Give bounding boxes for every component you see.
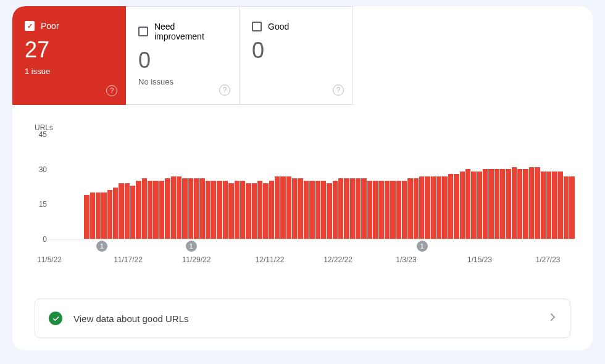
bar[interactable] bbox=[113, 188, 118, 239]
bar[interactable] bbox=[130, 186, 135, 239]
bar[interactable] bbox=[298, 178, 302, 239]
bar[interactable] bbox=[512, 167, 517, 239]
bar[interactable] bbox=[506, 169, 511, 239]
bar[interactable] bbox=[500, 169, 505, 239]
bar[interactable] bbox=[304, 181, 309, 239]
bar[interactable] bbox=[309, 181, 314, 239]
bar[interactable] bbox=[206, 181, 211, 239]
bar[interactable] bbox=[431, 176, 436, 239]
bar[interactable] bbox=[425, 176, 430, 239]
event-marker[interactable]: 1 bbox=[186, 241, 197, 252]
help-icon[interactable]: ? bbox=[219, 85, 230, 96]
help-icon[interactable]: ? bbox=[106, 85, 117, 96]
bar[interactable] bbox=[223, 181, 228, 239]
bar[interactable] bbox=[182, 178, 187, 239]
bar[interactable] bbox=[367, 181, 372, 239]
bar[interactable] bbox=[477, 172, 482, 239]
bar[interactable] bbox=[390, 181, 395, 239]
x-ticks: 11/5/2211/17/2211/29/2212/11/2212/22/221… bbox=[49, 255, 574, 268]
bar[interactable] bbox=[529, 167, 534, 239]
bar[interactable] bbox=[240, 181, 245, 239]
bar[interactable] bbox=[407, 178, 412, 239]
bar[interactable] bbox=[488, 169, 493, 239]
bar[interactable] bbox=[402, 181, 407, 239]
bar[interactable] bbox=[535, 167, 540, 239]
bar[interactable] bbox=[292, 178, 297, 239]
bar[interactable] bbox=[350, 178, 355, 239]
bar[interactable] bbox=[125, 183, 130, 239]
bar[interactable] bbox=[263, 183, 268, 239]
bar[interactable] bbox=[211, 181, 216, 239]
tab-need-improvement[interactable]: Need improvement 0 No issues ? bbox=[126, 6, 240, 105]
bar[interactable] bbox=[275, 176, 280, 239]
checkbox-icon bbox=[252, 22, 262, 31]
bar[interactable] bbox=[454, 174, 459, 239]
bar[interactable] bbox=[153, 181, 158, 239]
bar[interactable] bbox=[344, 178, 349, 239]
bar[interactable] bbox=[546, 172, 551, 239]
bar[interactable] bbox=[442, 176, 447, 239]
bar[interactable] bbox=[188, 178, 193, 239]
event-marker[interactable]: 1 bbox=[417, 241, 428, 252]
bar[interactable] bbox=[396, 181, 401, 239]
y-tick: 45 bbox=[39, 130, 47, 139]
bar[interactable] bbox=[228, 183, 233, 239]
bar[interactable] bbox=[246, 183, 251, 239]
bar[interactable] bbox=[385, 181, 390, 239]
bar[interactable] bbox=[338, 178, 343, 239]
bar[interactable] bbox=[148, 181, 152, 239]
view-good-urls-row[interactable]: View data about good URLs bbox=[35, 299, 570, 338]
bar[interactable] bbox=[517, 169, 522, 239]
bar[interactable] bbox=[552, 172, 557, 239]
chart-plot: 0153045 111 bbox=[49, 134, 574, 239]
bar[interactable] bbox=[235, 181, 240, 239]
bar[interactable] bbox=[541, 172, 546, 239]
bar[interactable] bbox=[96, 192, 101, 239]
bar[interactable] bbox=[165, 178, 170, 239]
bar[interactable] bbox=[286, 176, 291, 239]
bar[interactable] bbox=[199, 178, 204, 239]
bar[interactable] bbox=[327, 183, 332, 239]
bar[interactable] bbox=[361, 178, 366, 239]
bar[interactable] bbox=[419, 176, 424, 239]
bar[interactable] bbox=[90, 192, 95, 239]
bar[interactable] bbox=[333, 181, 338, 239]
tab-poor[interactable]: ✓ Poor 27 1 issue ? bbox=[12, 6, 126, 105]
bar[interactable] bbox=[269, 181, 274, 239]
bar[interactable] bbox=[448, 174, 453, 239]
bar[interactable] bbox=[460, 172, 465, 239]
bar[interactable] bbox=[280, 176, 285, 239]
bar[interactable] bbox=[142, 178, 147, 239]
bar[interactable] bbox=[523, 169, 528, 239]
bar[interactable] bbox=[569, 176, 574, 239]
bar[interactable] bbox=[315, 181, 320, 239]
tab-good[interactable]: Good 0 ? bbox=[240, 6, 353, 105]
bar[interactable] bbox=[321, 181, 326, 239]
bar[interactable] bbox=[171, 176, 176, 239]
bar[interactable] bbox=[373, 181, 378, 239]
bar[interactable] bbox=[252, 183, 257, 239]
bar[interactable] bbox=[564, 176, 569, 239]
bar[interactable] bbox=[494, 169, 499, 239]
bar[interactable] bbox=[194, 178, 199, 239]
bar[interactable] bbox=[356, 178, 361, 239]
bar[interactable] bbox=[378, 181, 383, 239]
bar[interactable] bbox=[558, 172, 563, 239]
x-tick: 12/22/22 bbox=[323, 255, 353, 264]
bar[interactable] bbox=[101, 192, 106, 239]
help-icon[interactable]: ? bbox=[333, 85, 344, 96]
bar[interactable] bbox=[84, 195, 89, 239]
bar[interactable] bbox=[436, 176, 441, 239]
bar[interactable] bbox=[136, 181, 141, 239]
bar[interactable] bbox=[107, 190, 112, 239]
bar[interactable] bbox=[465, 169, 470, 239]
bar[interactable] bbox=[177, 176, 182, 239]
bar[interactable] bbox=[159, 181, 164, 239]
bar[interactable] bbox=[471, 172, 476, 239]
bar[interactable] bbox=[257, 181, 262, 239]
event-marker[interactable]: 1 bbox=[96, 241, 107, 252]
bar[interactable] bbox=[119, 183, 123, 239]
bar[interactable] bbox=[414, 178, 419, 239]
bar[interactable] bbox=[217, 181, 222, 239]
bar[interactable] bbox=[483, 169, 488, 239]
